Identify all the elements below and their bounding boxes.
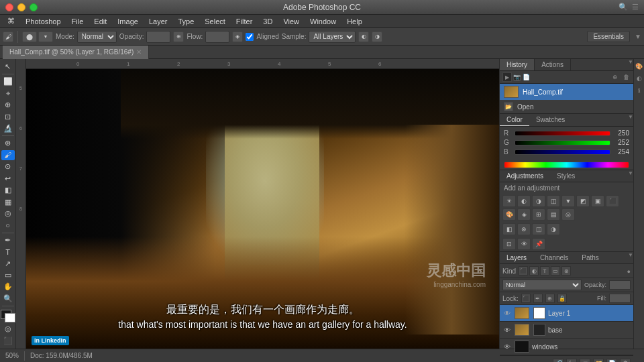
file-tab-active[interactable]: Hall_Comp.tif @ 50% (Layer 1, RGB/16#) ✕: [3, 46, 149, 59]
r-slider[interactable]: [515, 131, 610, 136]
lock-pixels[interactable]: ✒: [533, 294, 543, 303]
adj-collapse[interactable]: ▼: [628, 170, 633, 182]
swatches-tab[interactable]: Swatches: [529, 114, 572, 126]
layer-row-1[interactable]: 👁 Layer 1: [500, 305, 633, 322]
menu-window[interactable]: Window: [305, 15, 341, 27]
quick-mask-tool[interactable]: ◎: [1, 324, 15, 334]
edge-color[interactable]: 🎨: [635, 62, 644, 71]
clone-tool[interactable]: ⊙: [1, 162, 15, 172]
menu-edit[interactable]: Edit: [89, 15, 111, 27]
history-brush-tool[interactable]: ↩: [1, 173, 15, 183]
spot-heal-tool[interactable]: ⊛: [1, 138, 15, 148]
sample-icon-2[interactable]: ◑: [372, 32, 382, 42]
adj-brightness[interactable]: ☀: [502, 195, 516, 207]
brush-tool-icon[interactable]: 🖌: [3, 32, 13, 42]
file-tab-close[interactable]: ✕: [136, 48, 142, 56]
adj-shadow[interactable]: ◫: [532, 223, 545, 235]
sample-icon-1[interactable]: ◐: [358, 32, 369, 42]
filter-shape[interactable]: ▭: [551, 266, 560, 276]
layers-delete[interactable]: 🗑: [620, 359, 631, 363]
minimize-button[interactable]: [17, 3, 25, 11]
history-item-open[interactable]: 📂 Open: [500, 100, 633, 113]
menu-photoshop[interactable]: Photoshop: [21, 15, 66, 27]
hallway-image[interactable]: 最重要的是，我们有一个画廊作为走廊。 that what's most impo…: [26, 69, 499, 349]
g-slider[interactable]: [515, 140, 610, 145]
history-tab[interactable]: History: [500, 59, 535, 70]
lock-transparent[interactable]: ⬛: [521, 294, 531, 303]
pen-tool[interactable]: ✒: [1, 235, 15, 245]
lock-all[interactable]: 🔒: [557, 294, 567, 303]
history-create-layer[interactable]: ⊕: [610, 72, 620, 82]
color-spectrum[interactable]: [504, 162, 629, 168]
opacity-input[interactable]: 100%: [146, 31, 170, 43]
history-trash[interactable]: 🗑: [621, 72, 631, 82]
crop-tool[interactable]: ⊡: [1, 112, 15, 122]
b-slider[interactable]: [515, 149, 610, 155]
layer-eye-1[interactable]: 👁: [502, 309, 512, 317]
blend-mode-select[interactable]: Normal: [502, 280, 582, 290]
opacity-input-layer[interactable]: 100%: [609, 280, 631, 290]
adj-photofilter[interactable]: 🎨: [502, 208, 516, 221]
adj-bw[interactable]: ⬛: [606, 195, 619, 207]
adj-exposure[interactable]: ◫: [547, 195, 560, 207]
adj-curves[interactable]: ◑: [532, 195, 545, 207]
color-collapse[interactable]: ▼: [628, 114, 633, 126]
filter-smart[interactable]: ⊛: [561, 266, 571, 276]
maximize-button[interactable]: [30, 3, 38, 11]
workspace-arrow[interactable]: ▼: [635, 33, 641, 40]
layers-link[interactable]: 🔗: [553, 359, 564, 363]
layer-row-3[interactable]: 👁 windows: [500, 339, 633, 355]
filter-toggle[interactable]: ●: [627, 267, 631, 275]
layer-row-2[interactable]: 👁 base: [500, 322, 633, 339]
layers-tab[interactable]: Layers: [500, 252, 533, 263]
adj-eye[interactable]: 👁: [517, 238, 531, 250]
eraser-tool[interactable]: ◧: [1, 185, 15, 195]
adj-posterize[interactable]: ⊞: [532, 208, 545, 221]
aligned-checkbox[interactable]: [246, 33, 254, 41]
history-new-snapshot[interactable]: 📷: [512, 72, 521, 82]
edge-info[interactable]: ℹ: [635, 86, 644, 95]
close-button[interactable]: [5, 3, 13, 11]
menu-apple[interactable]: ⌘: [3, 15, 19, 27]
menu-filter[interactable]: Filter: [231, 15, 257, 27]
menu-help[interactable]: Help: [342, 15, 367, 27]
styles-tab[interactable]: Styles: [550, 170, 582, 182]
edge-adjust[interactable]: ◐: [635, 74, 644, 83]
zoom-tool[interactable]: 🔍: [1, 294, 15, 304]
flow-input[interactable]: 100%: [205, 31, 229, 43]
layers-new-layer[interactable]: 📄: [606, 359, 617, 363]
actions-tab[interactable]: Actions: [535, 59, 571, 70]
airbrush-icon[interactable]: ⊕: [173, 32, 184, 42]
color-tab[interactable]: Color: [500, 114, 529, 126]
paths-tab[interactable]: Paths: [575, 252, 606, 263]
marquee-tool[interactable]: ⬜: [1, 76, 15, 86]
quick-select-tool[interactable]: ⊕: [1, 100, 15, 110]
brush-tool[interactable]: 🖌: [1, 150, 15, 160]
sample-select[interactable]: All Layers: [309, 31, 356, 43]
adj-hsl[interactable]: ◩: [576, 195, 590, 207]
layers-new-group[interactable]: 📁: [593, 359, 604, 363]
layers-collapse[interactable]: ▼: [628, 252, 633, 263]
lock-position[interactable]: ⊕: [545, 294, 555, 303]
history-item-file[interactable]: Hall_Comp.tif: [500, 84, 633, 100]
adj-select-color[interactable]: ◧: [502, 223, 516, 235]
menu-3d[interactable]: 3D: [258, 15, 277, 27]
filter-adjustment[interactable]: ◐: [529, 266, 539, 276]
menu-image[interactable]: Image: [113, 15, 143, 27]
filter-pixel[interactable]: ⬛: [519, 266, 528, 276]
adj-invert[interactable]: ⊗: [517, 223, 531, 235]
adj-levels[interactable]: ◐: [517, 195, 531, 207]
adj-pin[interactable]: 📌: [532, 238, 545, 250]
adj-clip[interactable]: ⊡: [502, 238, 516, 250]
adj-threshold[interactable]: ▤: [547, 208, 560, 221]
brush-size-icon[interactable]: ▼: [38, 32, 53, 42]
essentials-button[interactable]: Essentials: [587, 31, 630, 42]
adjustments-tab[interactable]: Adjustments: [500, 170, 550, 182]
history-new-doc[interactable]: 📄: [521, 72, 531, 82]
gradient-tool[interactable]: ▦: [1, 196, 15, 206]
channels-tab[interactable]: Channels: [533, 252, 575, 263]
menu-type[interactable]: Type: [173, 15, 199, 27]
move-tool[interactable]: ↖: [1, 62, 15, 72]
tablet-icon[interactable]: ◈: [232, 32, 243, 42]
menu-layer[interactable]: Layer: [144, 15, 172, 27]
